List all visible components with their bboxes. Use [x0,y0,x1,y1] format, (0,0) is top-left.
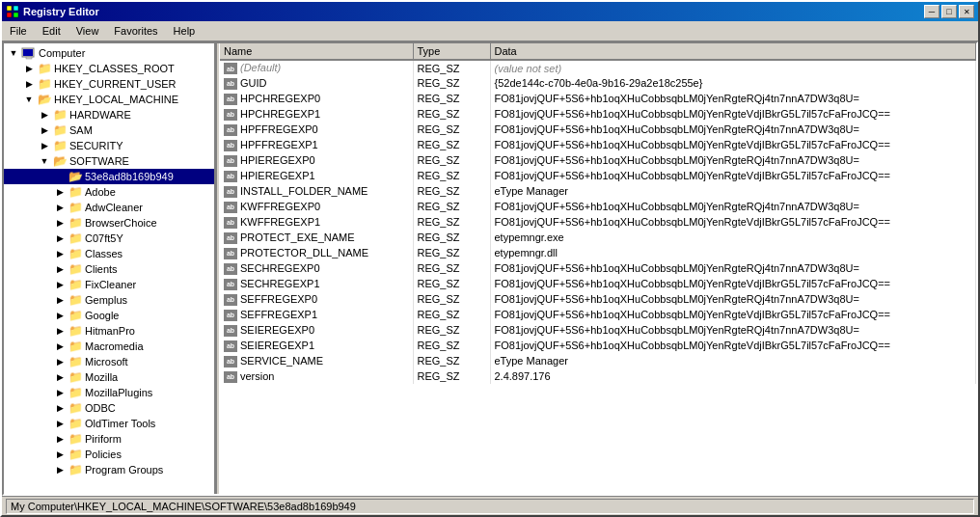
reg-value-icon: ab [224,371,237,383]
table-row[interactable]: abHPCHREGEXP0REG_SZFO81jovjQUF+5S6+hb1oq… [220,91,976,106]
table-row[interactable]: ab(Default)REG_SZ(value not set) [220,60,976,75]
cell-name: abKWFFREGEXP0 [220,199,413,214]
table-row[interactable]: abSERVICE_NAMEREG_SZeType Manager [220,353,976,368]
table-row[interactable]: abversionREG_SZ2.4.897.176 [220,368,976,384]
tree-item-software[interactable]: ▼ 📂 SOFTWARE [4,153,214,169]
reg-value-icon: ab [224,340,237,352]
table-row[interactable]: abHPFFREGEXP0REG_SZFO81jovjQUF+5S6+hb1oq… [220,122,976,137]
table-row[interactable]: abSEFFREGEXP0REG_SZFO81jovjQUF+5S6+hb1oq… [220,291,976,307]
col-header-data[interactable]: Data [490,43,976,60]
tree-item-hklm[interactable]: ▼ 📂 HKEY_LOCAL_MACHINE [4,92,214,107]
hardware-expander: ▶ [37,107,52,122]
tree-item-piriform[interactable]: ▶ 📁 Piriform [4,431,214,447]
table-row[interactable]: abHPFFREGEXP1REG_SZFO81jovjQUF+5S6+hb1oq… [220,137,976,152]
col-header-type[interactable]: Type [413,43,490,60]
table-row[interactable]: abPROTECT_EXE_NAMEREG_SZetypemngr.exe [220,230,976,245]
tree-item-sam[interactable]: ▶ 📁 SAM [4,122,214,138]
tree-item-adobe[interactable]: ▶ 📁 Adobe [4,184,214,200]
table-row[interactable]: abHPIEREGEXP0REG_SZFO81jovjQUF+5S6+hb1oq… [220,152,976,168]
table-row[interactable]: abSEFFREGEXP1REG_SZFO81jovjQUF+5S6+hb1oq… [220,307,976,322]
classes-label: Classes [85,248,122,259]
reg-value-icon: ab [224,171,237,182]
tree-item-macromedia[interactable]: ▶ 📁 Macromedia [4,339,214,354]
tree-item-hkcu[interactable]: ▶ 📁 HKEY_CURRENT_USER [4,76,214,92]
tree-item-browserchoice[interactable]: ▶ 📁 BrowserChoice [4,215,214,231]
tree-item-hitmanpro[interactable]: ▶ 📁 HitmanPro [4,323,214,339]
tree-item-programgroups[interactable]: ▶ 📁 Program Groups [4,462,214,477]
folder-icon: 📁 [68,401,83,415]
cell-name-text: (Default) [240,62,281,73]
tree-item-security[interactable]: ▶ 📁 SECURITY [4,138,214,153]
reg-value-icon: ab [224,310,237,321]
cell-name-text: HPFFREGEXP1 [240,139,318,150]
maximize-button[interactable]: □ [941,5,957,18]
cell-type: REG_SZ [413,368,490,384]
folder-icon: 📁 [68,262,83,276]
tree-item-c07ft5y[interactable]: ▶ 📁 C07ft5Y [4,231,214,246]
table-row[interactable]: abPROTECTOR_DLL_NAMEREG_SZetypemngr.dll [220,245,976,260]
table-row[interactable]: abHPIEREGEXP1REG_SZFO81jovjQUF+5S6+hb1oq… [220,168,976,183]
tree-item-policies[interactable]: ▶ 📁 Policies [4,447,214,462]
tree-item-microsoft[interactable]: ▶ 📁 Microsoft [4,354,214,369]
tree-item-selected-key[interactable]: 📂 53e8ad8b169b949 [4,169,214,184]
table-row[interactable]: abSEIEREGEXP1REG_SZFO81jovjQUF+5S6+hb1oq… [220,338,976,353]
cell-data: (value not set) [490,60,976,75]
table-row[interactable]: abGUIDREG_SZ{52de144c-c70b-4e0a-9b16-29a… [220,75,976,91]
tree-root[interactable]: ▼ Computer [4,45,214,61]
cell-data: FO81jovjQUF+5S6+hb1oqXHuCobbsqbLM0jYenRg… [490,168,976,183]
tree-item-google[interactable]: ▶ 📁 Google [4,308,214,323]
cell-name: abSEIEREGEXP1 [220,338,413,353]
close-button[interactable]: ✕ [959,5,974,18]
minimize-button[interactable]: ─ [924,5,939,18]
table-row[interactable]: abINSTALL_FOLDER_NAMEREG_SZeType Manager [220,183,976,199]
cell-name: ab(Default) [220,60,413,75]
tree-item-odbc[interactable]: ▶ 📁 ODBC [4,400,214,416]
cell-name: abSECHREGEXP0 [220,260,413,276]
mozilla-label: Mozilla [85,371,118,383]
folder-icon: 📁 [68,463,83,476]
folder-icon: 📁 [68,185,83,199]
tree-item-hardware[interactable]: ▶ 📁 HARDWARE [4,107,214,122]
cell-type: REG_SZ [413,199,490,214]
tree-item-mozilla[interactable]: ▶ 📁 Mozilla [4,369,214,385]
tree-item-gemplus[interactable]: ▶ 📁 Gemplus [4,292,214,308]
tree-item-classes[interactable]: ▶ 📁 Classes [4,246,214,261]
cell-data: FO81jovjQUF+5S6+hb1oqXHuCobbsqbLM0jYenRg… [490,322,976,338]
table-row[interactable]: abKWFFREGEXP1REG_SZFO81jovjQUF+5S6+hb1oq… [220,214,976,230]
table-row[interactable]: abSECHREGEXP1REG_SZFO81jovjQUF+5S6+hb1oq… [220,276,976,291]
menu-favorites[interactable]: Favorites [106,23,165,39]
cell-name: abHPCHREGEXP0 [220,91,413,106]
menu-file[interactable]: File [2,23,35,39]
fixcleaner-expander: ▶ [52,277,68,292]
microsoft-label: Microsoft [85,356,128,367]
cell-name: abversion [220,368,413,384]
hklm-label: HKEY_LOCAL_MACHINE [54,94,178,105]
folder-icon: 📂 [37,93,52,106]
menu-help[interactable]: Help [166,23,204,39]
tree-item-oldtimertools[interactable]: ▶ 📁 OldTimer Tools [4,416,214,431]
tree-item-clients[interactable]: ▶ 📁 Clients [4,261,214,277]
folder-icon: 📁 [68,370,83,384]
table-row[interactable]: abSEIEREGEXP0REG_SZFO81jovjQUF+5S6+hb1oq… [220,322,976,338]
folder-icon: 📁 [68,386,83,399]
cell-name: abSEFFREGEXP0 [220,291,413,307]
odbc-label: ODBC [85,402,116,414]
col-header-name[interactable]: Name [220,43,413,60]
tree-item-hkcr[interactable]: ▶ 📁 HKEY_CLASSES_ROOT [4,61,214,76]
menu-edit[interactable]: Edit [35,23,68,39]
cell-name-text: version [240,370,274,382]
app-icon [6,5,19,18]
tree-item-adwcleaner[interactable]: ▶ 📁 AdwCleaner [4,200,214,215]
table-row[interactable]: abKWFFREGEXP0REG_SZFO81jovjQUF+5S6+hb1oq… [220,199,976,214]
table-row[interactable]: abHPCHREGEXP1REG_SZFO81jovjQUF+5S6+hb1oq… [220,106,976,122]
security-expander: ▶ [37,138,52,153]
menu-view[interactable]: View [68,23,107,39]
tree-item-mozillaplugins[interactable]: ▶ 📁 MozillaPlugins [4,385,214,400]
tree-item-fixcleaner[interactable]: ▶ 📁 FixCleaner [4,277,214,292]
cell-name-text: HPCHREGEXP0 [240,93,320,104]
svg-rect-2 [7,13,12,17]
piriform-label: Piriform [85,433,122,445]
tree-pane[interactable]: ▼ Computer ▶ 📁 HKEY_CLASSES_ROOT [4,43,216,494]
table-row[interactable]: abSECHREGEXP0REG_SZFO81jovjQUF+5S6+hb1oq… [220,260,976,276]
oldtimertools-label: OldTimer Tools [85,418,155,429]
